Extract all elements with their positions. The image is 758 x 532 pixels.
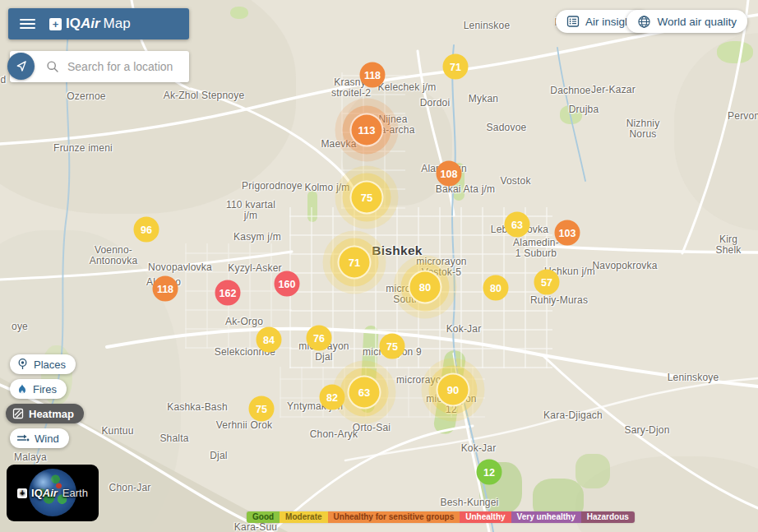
- navigation-arrow-icon: [15, 60, 27, 72]
- aqi-marker[interactable]: 75: [249, 396, 275, 422]
- map-label: 110 kvartal j/m: [226, 200, 275, 220]
- aqi-marker[interactable]: 82: [320, 385, 345, 410]
- aqi-marker[interactable]: 63: [505, 212, 530, 238]
- legend-unhealthy: Unhealthy: [460, 511, 511, 523]
- app-name: Map: [104, 16, 131, 32]
- map-label: Kara-Djigach: [543, 410, 603, 421]
- map-label: Verhnii Orok: [216, 420, 272, 431]
- aqi-marker[interactable]: 108: [437, 161, 462, 187]
- aqi-marker[interactable]: 162: [215, 280, 241, 306]
- aqi-marker[interactable]: 71: [338, 246, 372, 280]
- map-label: Kelechek j/m: [377, 82, 436, 93]
- map-label: Vostok: [500, 176, 530, 187]
- map-label: Ak-Zhol Stepnoye: [164, 90, 245, 101]
- legend-very-unhealthy: Very unhealthy: [511, 511, 581, 523]
- map-label: Maevka: [321, 139, 356, 150]
- app-header: + IQAir Map: [8, 8, 189, 39]
- map-label: Orto-Sai: [353, 423, 391, 433]
- aqi-marker[interactable]: 90: [437, 373, 470, 407]
- aqi-marker[interactable]: 12: [477, 460, 502, 485]
- map-label: Novopavlovka: [148, 262, 212, 273]
- map-label: Pervomays: [728, 111, 758, 122]
- aqi-marker[interactable]: 76: [307, 326, 332, 351]
- map-label: Leninskoye: [668, 372, 719, 383]
- map-label: Frunze imeni: [53, 143, 113, 154]
- heatmap-label: Heatmap: [29, 408, 74, 420]
- search-input[interactable]: [66, 59, 184, 74]
- plus-logo-icon: +: [17, 488, 27, 498]
- map-label: Kok-Jar: [446, 324, 482, 335]
- world-air-quality-button[interactable]: World air quality: [626, 10, 747, 33]
- map-label: Alamedin- 1 Suburb: [513, 238, 559, 258]
- map-label: Kasym j/m: [233, 232, 281, 243]
- world-air-quality-label: World air quality: [657, 16, 737, 28]
- map-label: Voenno- Antonovka: [90, 245, 138, 266]
- map-label: Besh-Kungei: [441, 497, 499, 508]
- heatmap-layer-button[interactable]: Heatmap: [6, 404, 84, 423]
- map-label: Ozernoe: [67, 91, 105, 102]
- map-label: Navopokrovka: [592, 261, 657, 271]
- fires-label: Fires: [33, 383, 57, 396]
- map-label: Ak-Orgo: [225, 317, 263, 327]
- search-bar: [10, 51, 189, 82]
- iqair-earth-logo: + IQAir Earth: [17, 487, 88, 499]
- aqi-marker[interactable]: 96: [134, 217, 159, 243]
- map-label: Kok-Jar: [461, 443, 497, 454]
- wind-layer-button[interactable]: Wind: [10, 428, 69, 448]
- map-label: Kuntuu: [101, 426, 133, 437]
- map-label: Chon-Aryk: [310, 429, 358, 440]
- map-label: Chon-Jar: [109, 483, 151, 493]
- legend-moderate: Moderate: [280, 511, 327, 523]
- search-icon: [46, 60, 59, 73]
- fires-layer-button[interactable]: Fires: [10, 379, 67, 399]
- aqi-marker[interactable]: 160: [275, 271, 300, 297]
- wind-icon: [16, 433, 30, 444]
- legend-hazardous: Hazardous: [581, 511, 635, 523]
- brand-text: IQ: [66, 16, 81, 31]
- aqi-marker[interactable]: 63: [348, 376, 381, 409]
- legend-good: Good: [247, 511, 280, 523]
- map-label: Nizhniy Norus: [626, 118, 660, 139]
- aqi-marker[interactable]: 113: [350, 113, 384, 147]
- aqi-marker[interactable]: 71: [443, 54, 469, 80]
- iqair-earth-badge[interactable]: + IQAir Earth: [7, 465, 99, 521]
- globe-icon: [637, 15, 651, 29]
- map-label: Kashka-Bash: [167, 402, 228, 413]
- place-pin-icon: [16, 358, 29, 371]
- brand-air-text: Air: [81, 16, 100, 31]
- map-label: Kolmo j/m: [304, 183, 349, 193]
- map-label: Djal: [210, 451, 227, 461]
- map-label: Sary-Djon: [624, 425, 669, 436]
- aqi-marker[interactable]: 75: [350, 181, 384, 215]
- aqi-marker[interactable]: 118: [153, 276, 178, 302]
- iqair-map-logo[interactable]: + IQAir Map: [49, 16, 131, 32]
- map-label: Ruhiy-Muras: [530, 295, 588, 306]
- heatmap-icon: [12, 408, 24, 419]
- places-layer-button[interactable]: Places: [10, 354, 76, 374]
- map-label: Kyzyl-Asker: [228, 263, 282, 274]
- aqi-marker[interactable]: 84: [257, 327, 282, 353]
- map-label: Mykan: [469, 94, 498, 104]
- flame-icon: [16, 383, 28, 396]
- map-label: Dachnoe: [550, 86, 590, 96]
- map-canvas[interactable]: dOzernoeAk-Zhol StepnoyeFrunze imeniLeni…: [0, 0, 758, 532]
- aqi-marker[interactable]: 118: [360, 62, 386, 88]
- map-label: Shalta: [159, 433, 188, 444]
- aqi-marker[interactable]: 80: [409, 271, 442, 304]
- legend-usg: Unhealthy for sensitive groups: [328, 511, 460, 523]
- map-label: Drujba: [569, 104, 599, 115]
- places-label: Places: [34, 359, 66, 371]
- map-label: Prigorodnoye: [242, 181, 303, 192]
- geolocate-button[interactable]: [7, 53, 35, 80]
- aqi-marker[interactable]: 80: [483, 275, 509, 301]
- plus-logo-icon: +: [49, 18, 62, 30]
- aqi-legend: Good Moderate Unhealthy for sensitive gr…: [247, 511, 635, 523]
- wind-label: Wind: [35, 433, 59, 445]
- aqi-marker[interactable]: 75: [380, 334, 405, 359]
- map-label: Kirg Shelk: [714, 234, 743, 255]
- hamburger-menu-icon[interactable]: [20, 16, 35, 31]
- aqi-marker[interactable]: 103: [555, 220, 580, 246]
- map-label: Leninskoe: [464, 21, 511, 31]
- map-label: oye: [12, 322, 28, 332]
- aqi-marker[interactable]: 57: [534, 270, 560, 295]
